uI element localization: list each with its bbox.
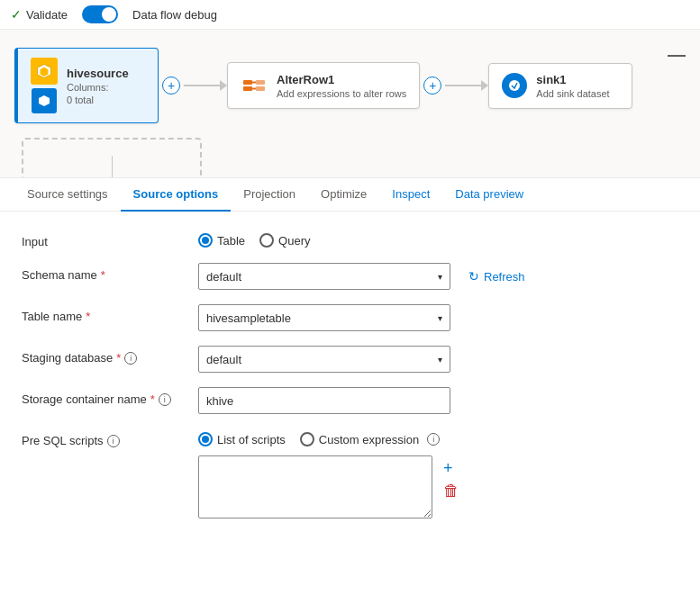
radio-custom-label: Custom expression	[319, 433, 419, 446]
hivesource-sub2: 0 total	[67, 95, 129, 105]
validate-button[interactable]: ✓ Validate	[11, 7, 68, 22]
checkmark-icon: ✓	[11, 7, 22, 22]
tab-inspect[interactable]: Inspect	[379, 178, 442, 212]
node-hivesource[interactable]: hivesource Columns: 0 total	[14, 48, 159, 123]
schema-control: default ▾ ↻ Refresh	[198, 263, 678, 290]
connector-1: +	[159, 77, 227, 95]
arrow-line-2	[445, 85, 481, 86]
staging-db-label: Staging database * i	[22, 346, 184, 365]
input-row: Input Table Query	[22, 230, 678, 248]
validate-label: Validate	[26, 8, 68, 22]
debug-toggle[interactable]	[82, 5, 118, 23]
arrow-head-1	[220, 80, 227, 91]
storage-control: khive	[198, 387, 678, 414]
storage-required: *	[150, 392, 155, 406]
staging-value: default	[206, 353, 241, 366]
schema-name-row: Schema name * default ▾ ↻ Refresh	[22, 263, 678, 290]
tab-data-preview[interactable]: Data preview	[442, 178, 536, 212]
table-control: hivesampletable ▾	[198, 304, 678, 331]
arrow-head-2	[481, 80, 488, 91]
refresh-icon: ↻	[468, 269, 479, 284]
pre-sql-radio-group: List of scripts Custom expression i	[198, 428, 678, 446]
sink-icon	[502, 73, 527, 98]
staging-required: *	[116, 351, 121, 365]
storage-input[interactable]: khive	[198, 387, 450, 414]
schema-required: *	[101, 268, 105, 282]
schema-name-label: Schema name *	[22, 263, 184, 282]
alter-icon	[241, 72, 268, 99]
staging-control: default ▾	[198, 346, 678, 373]
radio-query[interactable]: Query	[259, 233, 310, 248]
delete-script-button[interactable]: 🗑	[443, 482, 459, 500]
pre-sql-info-icon[interactable]: i	[107, 435, 120, 447]
radio-table[interactable]: Table	[198, 233, 245, 248]
radio-list-outer	[198, 432, 213, 446]
input-radio-group: Table Query	[198, 230, 678, 248]
table-select[interactable]: hivesampletable ▾	[198, 304, 450, 331]
svg-rect-2	[243, 80, 252, 85]
schema-select[interactable]: default ▾	[198, 263, 450, 290]
dashed-line	[112, 156, 113, 178]
svg-point-6	[509, 80, 520, 91]
staging-db-row: Staging database * i default ▾	[22, 346, 678, 373]
staging-select[interactable]: default ▾	[198, 346, 450, 373]
toggle-knob	[102, 7, 116, 22]
radio-custom-expr[interactable]: Custom expression i	[300, 432, 440, 446]
tab-source-settings[interactable]: Source settings	[14, 178, 121, 212]
hivesource-subtitle: Columns:	[67, 82, 129, 93]
radio-list-scripts[interactable]: List of scripts	[198, 432, 286, 446]
staging-chevron-icon: ▾	[438, 355, 442, 365]
refresh-label: Refresh	[484, 270, 525, 284]
custom-expr-info-icon[interactable]: i	[427, 433, 440, 446]
refresh-button[interactable]: ↻ Refresh	[461, 266, 532, 287]
radio-query-label: Query	[278, 234, 310, 248]
staging-info-icon[interactable]: i	[124, 352, 137, 365]
radio-list-inner	[202, 436, 209, 443]
storage-container-row: Storage container name * i khive	[22, 387, 678, 414]
add-node-2-button[interactable]: +	[423, 77, 441, 95]
input-label: Input	[22, 230, 184, 248]
svg-rect-3	[243, 86, 252, 91]
svg-rect-4	[256, 80, 265, 85]
node-alterrow1-info: AlterRow1 Add expressions to alter rows	[277, 73, 406, 99]
hive-icon	[31, 58, 58, 85]
schema-value: default	[206, 270, 241, 284]
sink1-desc: Add sink dataset	[536, 88, 609, 99]
radio-table-outer	[198, 233, 213, 248]
table-chevron-icon: ▾	[438, 313, 442, 323]
table-name-row: Table name * hivesampletable ▾	[22, 304, 678, 331]
sink1-title: sink1	[536, 73, 609, 86]
form-area: Input Table Query Schema name * default …	[0, 212, 700, 551]
new-node-placeholder[interactable]	[22, 138, 202, 178]
add-script-button[interactable]: +	[443, 459, 459, 478]
radio-list-label: List of scripts	[217, 433, 286, 446]
node-sink1[interactable]: sink1 Add sink dataset	[488, 63, 632, 109]
tab-projection[interactable]: Projection	[231, 178, 308, 212]
pre-sql-control: List of scripts Custom expression i + 🗑	[198, 428, 678, 518]
storage-value: khive	[206, 394, 233, 408]
pre-sql-label: Pre SQL scripts i	[22, 428, 184, 447]
radio-table-inner	[202, 237, 209, 244]
storage-info-icon[interactable]: i	[159, 393, 171, 406]
scripts-textarea[interactable]	[198, 455, 432, 518]
minimize-button[interactable]	[668, 44, 686, 57]
alterrow1-title: AlterRow1	[277, 73, 406, 86]
add-node-1-button[interactable]: +	[162, 77, 180, 95]
arrow-line-1	[184, 85, 220, 86]
table-required: *	[86, 310, 90, 323]
scripts-row: + 🗑	[198, 455, 678, 518]
radio-query-outer	[259, 233, 274, 248]
connector-2: +	[420, 77, 488, 95]
tab-optimize[interactable]: Optimize	[308, 178, 379, 212]
pre-sql-row: Pre SQL scripts i List of scripts Custom…	[22, 428, 678, 518]
table-name-label: Table name *	[22, 304, 184, 323]
node-hivesource-info: hivesource Columns: 0 total	[67, 67, 129, 105]
pipeline-row: hivesource Columns: 0 total +	[14, 48, 686, 123]
table-value: hivesampletable	[206, 311, 291, 325]
tab-bar: Source settings Source options Projectio…	[0, 178, 700, 212]
node-sink1-info: sink1 Add sink dataset	[536, 73, 609, 99]
tab-source-options[interactable]: Source options	[121, 178, 232, 212]
source-icon	[32, 88, 57, 113]
node-alterrow1[interactable]: AlterRow1 Add expressions to alter rows	[227, 62, 420, 109]
pipeline-canvas: hivesource Columns: 0 total +	[0, 30, 700, 178]
